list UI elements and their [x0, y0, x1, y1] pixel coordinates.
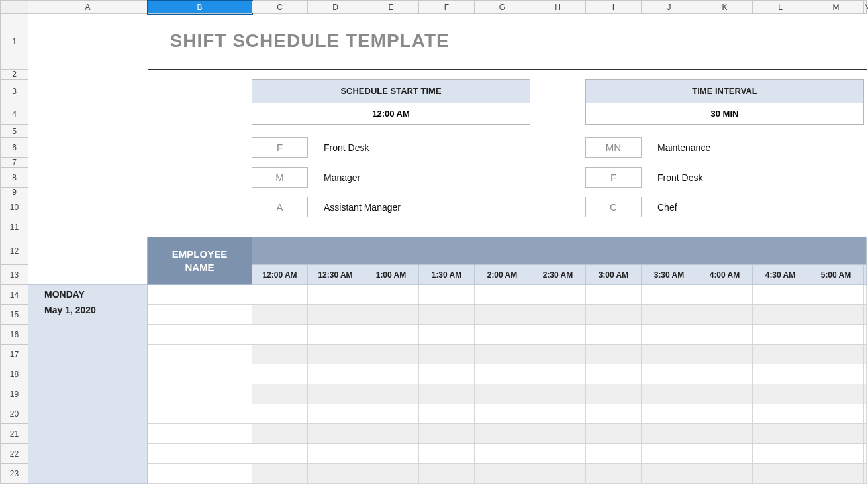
row-header-19[interactable]: 19 [1, 384, 28, 404]
shift-cell[interactable] [586, 345, 642, 364]
shift-cell[interactable] [308, 285, 363, 305]
legend-code[interactable]: C [586, 197, 642, 217]
shift-cell[interactable] [475, 404, 530, 424]
col-header-I[interactable]: I [586, 1, 642, 14]
spreadsheet-grid[interactable]: A B C D E F G H I J K L M N 1 SHIFT SCHE… [0, 0, 867, 484]
shift-cell[interactable] [252, 404, 308, 424]
shift-cell[interactable] [363, 364, 419, 384]
shift-cell[interactable] [642, 384, 697, 404]
shift-cell[interactable] [808, 424, 864, 444]
shift-cell[interactable] [753, 325, 808, 345]
shift-cell[interactable] [308, 424, 363, 444]
shift-cell[interactable] [475, 285, 530, 305]
shift-cell[interactable] [363, 305, 419, 325]
shift-cell[interactable] [586, 325, 642, 345]
shift-cell[interactable] [642, 404, 697, 424]
shift-cell[interactable] [530, 364, 586, 384]
row-header-10[interactable]: 10 [1, 197, 28, 217]
shift-cell[interactable] [252, 305, 308, 325]
col-header-B[interactable]: B [148, 1, 252, 14]
shift-cell[interactable] [753, 424, 808, 444]
shift-cell[interactable] [363, 464, 419, 484]
row-header-20[interactable]: 20 [1, 404, 28, 424]
shift-cell[interactable] [308, 305, 363, 325]
shift-cell[interactable] [308, 345, 363, 364]
shift-cell[interactable] [530, 345, 586, 364]
shift-cell[interactable] [363, 444, 419, 464]
employee-cell[interactable] [148, 305, 252, 325]
shift-cell[interactable] [586, 364, 642, 384]
row-header-11[interactable]: 11 [1, 217, 28, 237]
row-header-15[interactable]: 15 [1, 305, 28, 325]
shift-cell[interactable] [419, 325, 475, 345]
shift-cell[interactable] [308, 464, 363, 484]
shift-cell[interactable] [252, 285, 308, 305]
shift-cell[interactable] [642, 345, 697, 364]
shift-cell[interactable] [753, 345, 808, 364]
shift-cell[interactable] [697, 384, 753, 404]
shift-cell[interactable] [308, 325, 363, 345]
shift-cell[interactable] [864, 345, 867, 364]
shift-cell[interactable] [753, 364, 808, 384]
shift-cell[interactable] [808, 384, 864, 404]
shift-cell[interactable] [308, 384, 363, 404]
shift-cell[interactable] [864, 404, 867, 424]
col-header-L[interactable]: L [753, 1, 808, 14]
row-header-16[interactable]: 16 [1, 325, 28, 345]
shift-cell[interactable] [419, 285, 475, 305]
employee-cell[interactable] [148, 364, 252, 384]
shift-cell[interactable] [586, 285, 642, 305]
shift-cell[interactable] [530, 384, 586, 404]
shift-cell[interactable] [475, 424, 530, 444]
employee-cell[interactable] [148, 404, 252, 424]
shift-cell[interactable] [475, 444, 530, 464]
row-header-17[interactable]: 17 [1, 345, 28, 364]
employee-cell[interactable] [148, 345, 252, 364]
shift-cell[interactable] [864, 384, 867, 404]
shift-cell[interactable] [475, 464, 530, 484]
shift-cell[interactable] [419, 305, 475, 325]
row-header-22[interactable]: 22 [1, 444, 28, 464]
legend-code[interactable]: A [252, 197, 308, 217]
shift-cell[interactable] [586, 305, 642, 325]
shift-cell[interactable] [697, 444, 753, 464]
row-header-9[interactable]: 9 [1, 188, 28, 197]
shift-cell[interactable] [252, 364, 308, 384]
shift-cell[interactable] [753, 384, 808, 404]
shift-cell[interactable] [363, 325, 419, 345]
employee-cell[interactable] [148, 325, 252, 345]
shift-cell[interactable] [475, 325, 530, 345]
shift-cell[interactable] [419, 444, 475, 464]
shift-cell[interactable] [808, 285, 864, 305]
employee-cell[interactable] [148, 384, 252, 404]
shift-cell[interactable] [419, 364, 475, 384]
shift-cell[interactable] [363, 345, 419, 364]
row-header-21[interactable]: 21 [1, 424, 28, 444]
row-header-12[interactable]: 12 [1, 237, 28, 265]
employee-cell[interactable] [148, 285, 252, 305]
col-header-G[interactable]: G [475, 1, 530, 14]
shift-cell[interactable] [808, 305, 864, 325]
row-header-23[interactable]: 23 [1, 464, 28, 484]
shift-cell[interactable] [864, 285, 867, 305]
col-header-H[interactable]: H [530, 1, 586, 14]
shift-cell[interactable] [363, 404, 419, 424]
shift-cell[interactable] [808, 404, 864, 424]
shift-cell[interactable] [697, 325, 753, 345]
shift-cell[interactable] [363, 424, 419, 444]
shift-cell[interactable] [419, 384, 475, 404]
shift-cell[interactable] [642, 305, 697, 325]
shift-cell[interactable] [642, 464, 697, 484]
shift-cell[interactable] [475, 305, 530, 325]
shift-cell[interactable] [864, 325, 867, 345]
shift-cell[interactable] [808, 464, 864, 484]
col-header-N[interactable]: N [864, 1, 867, 14]
shift-cell[interactable] [753, 285, 808, 305]
shift-cell[interactable] [419, 345, 475, 364]
shift-cell[interactable] [864, 424, 867, 444]
shift-cell[interactable] [419, 464, 475, 484]
schedule-start-time-value[interactable]: 12:00 AM [252, 103, 530, 125]
shift-cell[interactable] [697, 345, 753, 364]
row-header-8[interactable]: 8 [1, 168, 28, 188]
shift-cell[interactable] [753, 404, 808, 424]
